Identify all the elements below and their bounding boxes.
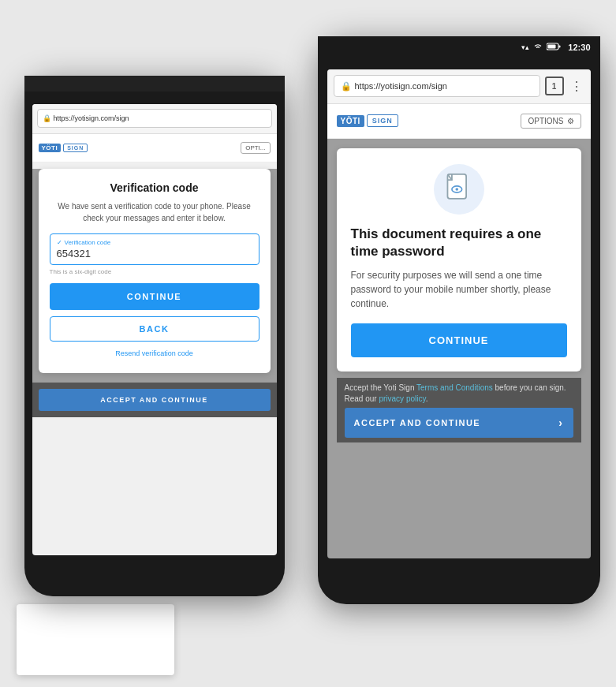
front-wifi-icon — [533, 43, 543, 52]
back-modal-card: Verification code We have sent a verific… — [39, 169, 271, 373]
document-eye-icon — [445, 174, 473, 205]
back-url-bar: 🔒 https://yotisign.com/sign — [37, 109, 272, 128]
front-continue-button[interactable]: CONTINUE — [351, 323, 567, 357]
verification-input-wrap: ✓ Verification code 654321 — [50, 233, 259, 265]
front-yoti-logo: YÖTI SIGN — [337, 114, 398, 127]
phone-back: 🔒 https://yotisign.com/sign YÖTI SIGN OP… — [24, 76, 285, 596]
back-content-wrap: Verification code We have sent a verific… — [32, 169, 277, 383]
accept-text-before: Accept the Yoti Sign — [345, 383, 417, 392]
chevron-right-icon: › — [558, 416, 563, 429]
front-gear-icon: ⚙ — [567, 117, 574, 125]
back-options-label: OPTI... — [245, 144, 265, 151]
back-modal-title: Verification code — [50, 181, 259, 194]
resend-link[interactable]: Resend verification code — [50, 349, 259, 357]
front-time: 12:30 — [568, 43, 590, 52]
verification-value: 654321 — [57, 248, 252, 259]
back-status-bar — [24, 76, 285, 91]
front-signal-icon: ▾▴ — [521, 43, 529, 51]
back-options-btn[interactable]: OPTI... — [241, 142, 270, 154]
back-url-text: https://yotisign.com/sign — [54, 114, 129, 122]
privacy-link[interactable]: privacy policy — [379, 394, 425, 403]
phone-front: ▾▴ 12:30 🔒 https://yotisign.com/sign 1 ⋮ — [318, 36, 600, 604]
back-yoti-header: YÖTI SIGN OPTI... — [32, 134, 277, 162]
bottom-card — [17, 604, 174, 675]
svg-point-5 — [455, 188, 458, 191]
doc-icon-circle — [434, 164, 484, 215]
front-status-bar: ▾▴ 12:30 — [318, 36, 600, 58]
back-modal-body: We have sent a verification code to your… — [50, 200, 259, 224]
front-url-text: https://yotisign.com/sign — [355, 81, 447, 91]
verification-label-text: Verification code — [65, 239, 111, 246]
front-options-btn[interactable]: OPTIONS ⚙ — [521, 114, 581, 129]
front-yoti-sign-text: SIGN — [367, 114, 398, 127]
front-accept-and-continue-button[interactable]: ACCEPT AND CONTINUE › — [345, 408, 573, 438]
front-options-label: OPTIONS — [528, 117, 563, 125]
front-accept-bar: Accept the Yoti Sign Terms and Condition… — [337, 378, 581, 442]
front-tab-count[interactable]: 1 — [545, 77, 564, 95]
back-yoti-logo: YÖTI SIGN — [39, 144, 88, 152]
back-lock-icon: 🔒 — [43, 114, 51, 122]
front-accept-bar-text: Accept the Yoti Sign Terms and Condition… — [345, 383, 573, 405]
scene: 🔒 https://yotisign.com/sign YÖTI SIGN OP… — [9, 13, 608, 675]
back-yoti-sign-text: SIGN — [63, 144, 88, 152]
front-yoti-logo-box: YÖTI — [337, 115, 364, 127]
back-browser-bar: 🔒 https://yotisign.com/sign — [32, 104, 277, 134]
front-browser-menu-icon[interactable]: ⋮ — [569, 79, 584, 94]
front-content-area: This document requires a one time passwo… — [327, 139, 591, 452]
front-browser-bar: 🔒 https://yotisign.com/sign 1 ⋮ — [327, 69, 591, 104]
svg-rect-1 — [559, 45, 561, 47]
back-back-button[interactable]: BACK — [50, 316, 259, 342]
front-battery-icon — [547, 43, 561, 52]
accept-text-end: . — [426, 394, 428, 403]
front-modal-body: For security purposes we will send a one… — [351, 268, 567, 311]
front-yoti-header: YÖTI SIGN OPTIONS ⚙ — [327, 104, 591, 139]
back-accept-bar: ACCEPT AND CONTINUE — [32, 383, 277, 417]
svg-rect-2 — [548, 44, 556, 48]
back-accept-and-continue-button[interactable]: ACCEPT AND CONTINUE — [39, 389, 271, 411]
back-continue-button[interactable]: CONTINUE — [50, 283, 259, 310]
front-url-bar: 🔒 https://yotisign.com/sign — [334, 75, 540, 97]
front-screen: 🔒 https://yotisign.com/sign 1 ⋮ YÖTI SIG… — [327, 69, 591, 558]
front-lock-icon: 🔒 — [341, 81, 352, 91]
doc-icon-wrap — [351, 164, 567, 215]
back-screen: 🔒 https://yotisign.com/sign YÖTI SIGN OP… — [32, 104, 277, 555]
front-modal-title: This document requires a one time passwo… — [351, 226, 567, 260]
front-modal-card: This document requires a one time passwo… — [337, 148, 581, 372]
front-accept-and-continue-label: ACCEPT AND CONTINUE — [354, 418, 481, 428]
six-digit-hint: This is a six-digit code — [50, 268, 259, 275]
back-yoti-logo-box: YÖTI — [39, 144, 62, 152]
check-icon: ✓ — [57, 239, 62, 246]
terms-link[interactable]: Terms and Conditions — [416, 383, 493, 392]
verification-label: ✓ Verification code — [57, 239, 252, 246]
